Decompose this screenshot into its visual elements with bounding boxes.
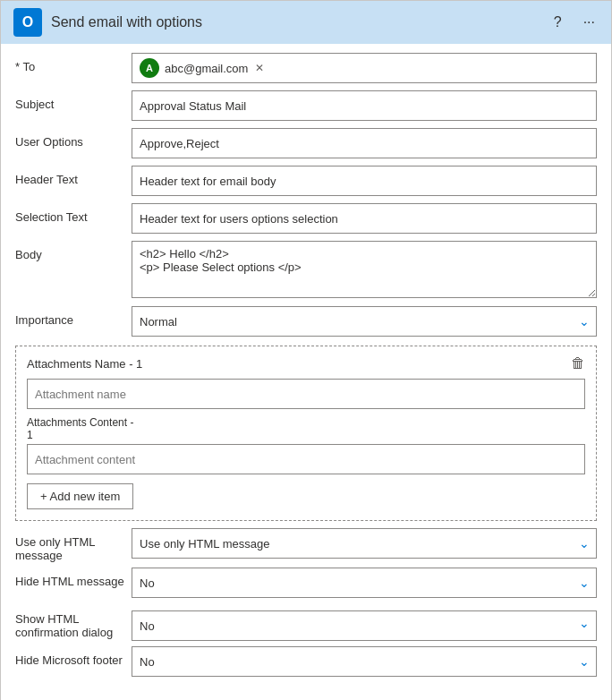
selection-text-label: Selection Text — [15, 203, 132, 224]
to-field-wrap: A abc@gmail.com ✕ — [132, 53, 597, 83]
hide-ms-footer-row: Hide Microsoft footer No Yes ⌄ — [15, 646, 597, 679]
show-html-label: Show HTML confirmation dialog — [15, 605, 132, 639]
show-html-select[interactable]: No Yes — [132, 610, 597, 641]
user-options-label: User Options — [15, 128, 132, 149]
add-new-item-button[interactable]: + Add new item — [27, 483, 133, 509]
attachments-section: Attachments Name - 1 🗑 Attachments Conte… — [15, 346, 597, 521]
user-options-input[interactable] — [132, 128, 597, 158]
window-title: Send email with options — [51, 14, 202, 30]
body-label: Body — [15, 241, 132, 261]
subject-wrap — [132, 90, 597, 121]
hide-ms-footer-label: Hide Microsoft footer — [15, 646, 132, 667]
use-html-label: Use only HTML message — [15, 528, 132, 562]
attachments-header: Attachments Name - 1 🗑 — [27, 355, 585, 371]
use-html-row: Use only HTML message Use only HTML mess… — [15, 528, 597, 562]
attachments-title: Attachments Name - 1 — [27, 357, 142, 371]
attachment-content-group: Attachments Content - 1 — [27, 416, 585, 474]
help-button[interactable]: ? — [550, 13, 565, 32]
user-options-wrap — [132, 128, 597, 158]
subject-label: Subject — [15, 90, 132, 111]
header-text-input[interactable] — [132, 166, 597, 196]
hide-ms-footer-select[interactable]: No Yes — [132, 646, 597, 677]
subject-input[interactable] — [132, 90, 597, 121]
attachment-content-input[interactable] — [27, 444, 585, 474]
importance-wrap: Normal High Low ⌄ — [132, 306, 597, 337]
more-button[interactable]: ··· — [580, 13, 599, 32]
attachment-name-input[interactable] — [27, 379, 585, 409]
outlook-icon: O — [13, 8, 42, 37]
body-wrap — [132, 241, 597, 301]
importance-label: Importance — [15, 306, 132, 327]
show-html-wrap: No Yes ⌄ — [132, 605, 597, 641]
show-html-row: Show HTML confirmation dialog No Yes ⌄ — [15, 605, 597, 641]
use-html-select[interactable]: Use only HTML message Yes No — [132, 528, 597, 559]
avatar: A — [140, 58, 159, 78]
title-actions: ? ··· — [550, 13, 599, 32]
send-email-window: O Send email with options ? ··· * To A a… — [0, 0, 612, 700]
recipient-email: abc@gmail.com — [165, 62, 248, 75]
title-left: O Send email with options — [13, 8, 202, 37]
outlook-letter: O — [22, 14, 33, 30]
body-row: Body — [15, 241, 597, 301]
attachment-content-label: Attachments Content - 1 — [27, 416, 585, 441]
header-text-row: Header Text — [15, 166, 597, 198]
title-bar: O Send email with options ? ··· — [1, 1, 611, 44]
hide-ms-footer-wrap: No Yes ⌄ — [132, 646, 597, 677]
header-text-label: Header Text — [15, 166, 132, 186]
selection-text-input[interactable] — [132, 203, 597, 234]
hide-html-row: Hide HTML message No Yes ⌄ — [15, 568, 597, 600]
selection-text-row: Selection Text — [15, 203, 597, 235]
hide-html-select[interactable]: No Yes — [132, 568, 597, 598]
importance-row: Importance Normal High Low ⌄ — [15, 306, 597, 338]
to-row: * To A abc@gmail.com ✕ — [15, 53, 597, 85]
importance-select[interactable]: Normal High Low — [132, 306, 597, 337]
body-textarea[interactable] — [132, 241, 597, 298]
remove-recipient-button[interactable]: ✕ — [253, 63, 266, 73]
recipient-tag: A abc@gmail.com ✕ — [140, 58, 266, 78]
header-text-wrap — [132, 166, 597, 196]
user-options-row: User Options — [15, 128, 597, 160]
selection-text-wrap — [132, 203, 597, 234]
use-html-wrap: Use only HTML message Yes No ⌄ — [132, 528, 597, 559]
to-label: * To — [15, 53, 132, 73]
delete-attachment-icon[interactable]: 🗑 — [571, 355, 585, 371]
subject-row: Subject — [15, 90, 597, 123]
hide-html-label: Hide HTML message — [15, 568, 132, 588]
to-field[interactable]: A abc@gmail.com ✕ — [132, 53, 597, 83]
form-body: * To A abc@gmail.com ✕ Subject User Opti… — [1, 44, 611, 698]
attachment-name-group — [27, 379, 585, 409]
hide-html-wrap: No Yes ⌄ — [132, 568, 597, 598]
